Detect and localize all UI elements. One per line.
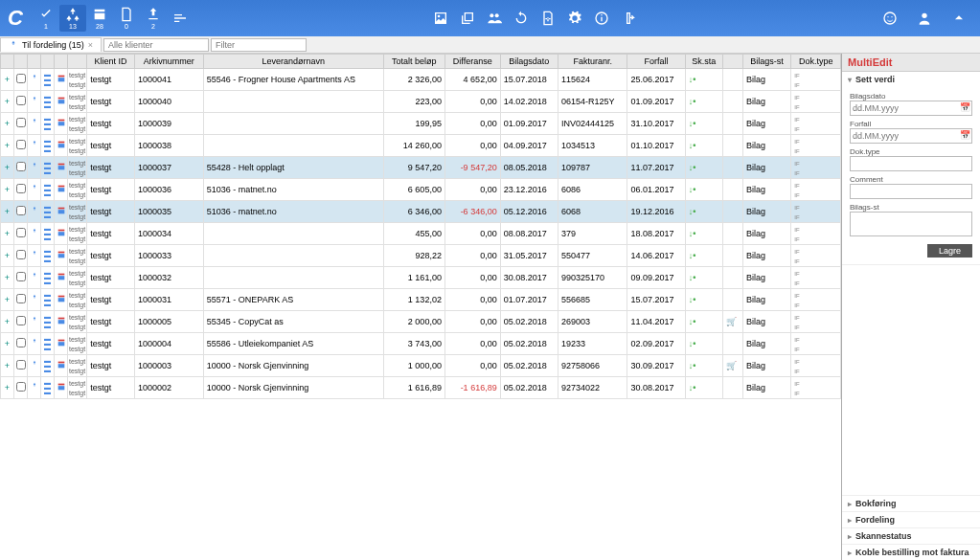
bokforing-section[interactable]: Bokføring bbox=[842, 495, 980, 511]
row-action[interactable] bbox=[55, 289, 68, 311]
row-action[interactable] bbox=[14, 355, 28, 377]
column-header[interactable]: Bilags-st bbox=[742, 55, 790, 69]
row-action[interactable] bbox=[28, 333, 41, 355]
row-action[interactable]: + bbox=[1, 245, 14, 267]
row-action[interactable]: + bbox=[1, 69, 14, 91]
close-tab-icon[interactable]: × bbox=[88, 40, 93, 50]
row-action[interactable] bbox=[14, 333, 28, 355]
approve-button[interactable]: 1 bbox=[33, 5, 59, 32]
column-header[interactable] bbox=[1, 55, 14, 69]
row-action[interactable]: ▬▬▬ bbox=[41, 157, 55, 179]
row-action[interactable] bbox=[28, 113, 41, 135]
row-action[interactable] bbox=[55, 179, 68, 201]
row-action[interactable] bbox=[55, 355, 68, 377]
row-action[interactable] bbox=[28, 223, 41, 245]
row-action[interactable] bbox=[55, 311, 68, 333]
row-action[interactable]: ▬▬▬ bbox=[41, 113, 55, 135]
table-row[interactable]: +▬▬▬testgttestgttestgt100003755428 - Hel… bbox=[1, 157, 841, 179]
row-action[interactable]: ▬▬▬ bbox=[41, 223, 55, 245]
calendar-icon[interactable]: 📅 bbox=[960, 102, 970, 112]
row-action[interactable] bbox=[14, 245, 28, 267]
row-action[interactable]: + bbox=[1, 179, 14, 201]
table-row[interactable]: +▬▬▬testgttestgttestgt10000321 161,000,0… bbox=[1, 267, 841, 289]
row-action[interactable]: ▬▬▬ bbox=[41, 355, 55, 377]
table-row[interactable]: +▬▬▬testgttestgttestgt100000210000 - Nor… bbox=[1, 377, 841, 399]
row-action[interactable] bbox=[28, 267, 41, 289]
row-action[interactable] bbox=[14, 289, 28, 311]
column-header[interactable]: Fakturanr. bbox=[558, 55, 627, 69]
row-action[interactable]: + bbox=[1, 113, 14, 135]
logout-button[interactable] bbox=[615, 5, 642, 32]
row-action[interactable] bbox=[28, 245, 41, 267]
column-header[interactable]: Totalt beløp bbox=[383, 55, 444, 69]
column-header[interactable] bbox=[723, 55, 743, 69]
filter-tab[interactable]: Til fordeling (15) × bbox=[0, 37, 102, 52]
row-action[interactable] bbox=[14, 267, 28, 289]
table-row[interactable]: +▬▬▬testgttestgttestgt100000310000 - Nor… bbox=[1, 355, 841, 377]
archive-button[interactable]: 28 bbox=[86, 5, 113, 32]
row-action[interactable] bbox=[55, 223, 68, 245]
comment-input[interactable] bbox=[850, 184, 972, 199]
row-action[interactable] bbox=[14, 113, 28, 135]
text-filter-input[interactable] bbox=[211, 38, 307, 52]
info-button[interactable] bbox=[588, 5, 615, 32]
row-action[interactable] bbox=[55, 201, 68, 223]
table-row[interactable]: +▬▬▬testgttestgttestgt1000039199,950,000… bbox=[1, 113, 841, 135]
table-row[interactable]: +▬▬▬testgttestgttestgt100004155546 - Fro… bbox=[1, 69, 841, 91]
refresh-button[interactable] bbox=[508, 5, 535, 32]
data-table-wrapper[interactable]: Klient IDArkivnummerLeverandørnavnTotalt… bbox=[0, 54, 841, 560]
column-header[interactable]: Differanse bbox=[444, 55, 500, 69]
save-button[interactable]: Lagre bbox=[927, 244, 972, 258]
users-button[interactable] bbox=[481, 5, 508, 32]
row-action[interactable] bbox=[28, 157, 41, 179]
calendar-icon[interactable]: 📅 bbox=[960, 130, 970, 140]
table-row[interactable]: +▬▬▬testgttestgttestgt1000033928,220,003… bbox=[1, 245, 841, 267]
column-header[interactable]: Forfall bbox=[627, 55, 685, 69]
set-value-header[interactable]: Sett verdi bbox=[848, 75, 974, 84]
row-action[interactable] bbox=[14, 157, 28, 179]
row-action[interactable] bbox=[55, 267, 68, 289]
row-action[interactable] bbox=[28, 201, 41, 223]
distribute-button[interactable]: 13 bbox=[59, 5, 86, 32]
row-action[interactable] bbox=[28, 135, 41, 157]
column-header[interactable] bbox=[28, 55, 41, 69]
row-action[interactable] bbox=[28, 289, 41, 311]
row-action[interactable]: + bbox=[1, 223, 14, 245]
row-action[interactable]: + bbox=[1, 91, 14, 113]
row-action[interactable]: ▬▬▬ bbox=[41, 289, 55, 311]
table-row[interactable]: +▬▬▬testgttestgttestgt100003155571 - ONE… bbox=[1, 289, 841, 311]
table-row[interactable]: +▬▬▬testgttestgttestgt1000034455,000,000… bbox=[1, 223, 841, 245]
forfall-input[interactable] bbox=[850, 128, 972, 144]
row-action[interactable]: + bbox=[1, 135, 14, 157]
row-action[interactable] bbox=[55, 113, 68, 135]
row-action[interactable]: + bbox=[1, 355, 14, 377]
row-action[interactable]: ▬▬▬ bbox=[41, 311, 55, 333]
koble-section[interactable]: Koble bestilling mot faktura bbox=[842, 544, 980, 560]
row-action[interactable] bbox=[28, 69, 41, 91]
row-action[interactable]: + bbox=[1, 201, 14, 223]
gear-button[interactable] bbox=[561, 5, 588, 32]
clients-filter-input[interactable] bbox=[103, 38, 209, 52]
row-action[interactable] bbox=[28, 377, 41, 399]
copy-button[interactable] bbox=[454, 5, 481, 32]
column-header[interactable]: Sk.sta bbox=[685, 55, 722, 69]
collapse-button[interactable] bbox=[946, 5, 972, 32]
row-action[interactable] bbox=[55, 135, 68, 157]
row-action[interactable]: ▬▬▬ bbox=[41, 179, 55, 201]
row-action[interactable]: ▬▬▬ bbox=[41, 377, 55, 399]
table-row[interactable]: +▬▬▬testgttestgttestgt100000455586 - Utl… bbox=[1, 333, 841, 355]
row-action[interactable]: ▬▬▬ bbox=[41, 201, 55, 223]
row-action[interactable] bbox=[14, 201, 28, 223]
table-row[interactable]: +▬▬▬testgttestgttestgt100003551036 - mat… bbox=[1, 201, 841, 223]
row-action[interactable] bbox=[55, 333, 68, 355]
row-action[interactable] bbox=[28, 91, 41, 113]
row-action[interactable]: + bbox=[1, 377, 14, 399]
bilagsdato-input[interactable] bbox=[850, 101, 972, 116]
column-header[interactable] bbox=[41, 55, 55, 69]
row-action[interactable] bbox=[14, 179, 28, 201]
table-row[interactable]: +▬▬▬testgttestgttestgt100003651036 - mat… bbox=[1, 179, 841, 201]
row-action[interactable] bbox=[55, 69, 68, 91]
table-row[interactable]: +▬▬▬testgttestgttestgt100003814 260,000,… bbox=[1, 135, 841, 157]
doktype-input[interactable] bbox=[850, 156, 972, 171]
table-row[interactable]: +▬▬▬testgttestgttestgt1000040223,000,001… bbox=[1, 91, 841, 113]
